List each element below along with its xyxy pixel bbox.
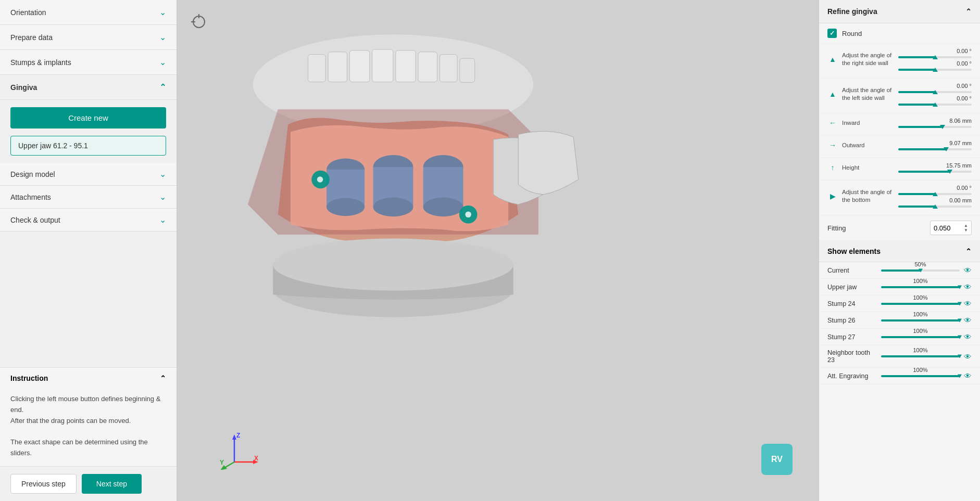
right-wall-label: Adjust the angle of the right side wall <box>842 52 894 67</box>
sidebar-item-prepare-data[interactable]: Prepare data ⌄ <box>0 25 177 50</box>
chevron-stumps: ⌄ <box>159 57 166 67</box>
refine-gingiva-header[interactable]: Refine gingiva ⌃ <box>819 0 980 23</box>
sidebar-item-design-model[interactable]: Design model ⌄ <box>0 163 177 186</box>
left-wall-value2: 0.00 ° <box>898 95 972 101</box>
outward-value: 9.07 mm <box>898 140 972 146</box>
left-wall-track1[interactable] <box>898 91 972 93</box>
inward-track[interactable] <box>898 126 972 128</box>
right-panel: Refine gingiva ⌃ Round ▲ Adjust the angl… <box>819 0 980 501</box>
right-wall-track2[interactable] <box>898 69 972 71</box>
fitting-row: Fitting 0.050 ▲ ▼ <box>819 215 980 241</box>
stump27-slider[interactable]: 100% <box>881 336 960 338</box>
chevron-check-output: ⌄ <box>159 215 166 225</box>
stump26-slider[interactable]: 100% <box>881 319 960 322</box>
fitting-label: Fitting <box>827 224 846 232</box>
bottom-angle-track2[interactable] <box>898 205 972 208</box>
inward-label: Inward <box>842 119 894 127</box>
height-value: 15.75 mm <box>898 162 972 169</box>
eye-current[interactable]: 👁 <box>964 266 972 275</box>
upper-jaw-slider[interactable]: 100% <box>881 286 960 288</box>
instruction-panel: Instruction ⌃ Clicking the left mouse bu… <box>0 367 177 466</box>
inward-value: 8.06 mm <box>898 118 972 124</box>
svg-point-17 <box>423 198 463 217</box>
outward-track[interactable] <box>898 148 972 150</box>
eye-neighbor23[interactable]: 👁 <box>964 352 972 361</box>
svg-rect-7 <box>439 55 457 82</box>
left-wall-label: Adjust the angle of the left side wall <box>842 86 894 102</box>
neighbor23-slider[interactable]: 100% <box>881 355 960 357</box>
bottom-angle-track1[interactable] <box>898 193 972 195</box>
element-row-stump26: Stump 26 100% 👁 <box>819 312 980 329</box>
element-row-att-engraving: Att. Engraving 100% 👁 <box>819 368 980 384</box>
slider-inward: ← Inward 8.06 mm <box>819 113 980 136</box>
instruction-body: Clicking the left mouse button defines b… <box>0 389 177 466</box>
sidebar-item-orientation[interactable]: Orientation ⌄ <box>0 0 177 25</box>
chevron-refine-gingiva: ⌃ <box>965 7 972 16</box>
sidebar-item-attachments[interactable]: Attachments ⌄ <box>0 186 177 209</box>
svg-rect-4 <box>372 49 393 82</box>
height-label: Height <box>842 164 894 172</box>
stump24-slider[interactable]: 100% <box>881 303 960 305</box>
outward-icon: → <box>827 141 838 149</box>
chevron-design-model: ⌄ <box>159 169 166 179</box>
left-panel: Orientation ⌄ Prepare data ⌄ Stumps & im… <box>0 0 177 501</box>
svg-rect-8 <box>460 58 475 82</box>
slider-bottom-angle: ▶ Adjust the angle of the bottom 0.00 ° … <box>819 181 980 215</box>
sidebar-item-stumps-implants[interactable]: Stumps & implants ⌄ <box>0 50 177 75</box>
element-row-neighbor-tooth23: Neighbor tooth 23 100% 👁 <box>819 345 980 368</box>
previous-step-button[interactable]: Previous step <box>10 474 77 494</box>
slider-right-side-wall: ▲ Adjust the angle of the right side wal… <box>819 44 980 79</box>
slider-height: ↑ Height 15.75 mm <box>819 158 980 181</box>
right-wall-icon: ▲ <box>827 55 838 63</box>
chevron-gingiva: ⌃ <box>159 82 166 92</box>
axes-indicator: Z X Y <box>219 428 260 470</box>
svg-rect-5 <box>396 50 416 82</box>
height-icon: ↑ <box>827 163 838 172</box>
chevron-orientation: ⌄ <box>159 7 166 17</box>
fitting-spinners[interactable]: ▲ ▼ <box>964 223 968 233</box>
rv-logo: RV <box>761 444 793 475</box>
eye-stump27[interactable]: 👁 <box>964 332 972 341</box>
next-step-button[interactable]: Next step <box>82 474 142 494</box>
att-engraving-slider[interactable]: 100% <box>881 375 960 377</box>
element-row-stump27: Stump 27 100% 👁 <box>819 329 980 345</box>
fitting-input[interactable]: 0.050 ▲ ▼ <box>930 221 972 235</box>
svg-text:X: X <box>254 455 258 462</box>
height-track[interactable] <box>898 171 972 173</box>
element-row-upper-jaw: Upper jaw 100% 👁 <box>819 279 980 296</box>
instruction-header[interactable]: Instruction ⌃ <box>0 368 177 389</box>
right-wall-track1[interactable] <box>898 56 972 58</box>
outward-label: Outward <box>842 142 894 149</box>
show-elements-header[interactable]: Show elements ⌃ <box>819 241 980 262</box>
inward-icon: ← <box>827 119 838 127</box>
sidebar-item-check-output[interactable]: Check & output ⌄ <box>0 209 177 232</box>
eye-att-engraving[interactable]: 👁 <box>964 371 972 380</box>
chevron-instruction: ⌃ <box>160 374 166 382</box>
svg-point-21 <box>317 176 323 183</box>
svg-point-11 <box>326 198 365 216</box>
nav-section: Orientation ⌄ Prepare data ⌄ Stumps & im… <box>0 0 177 367</box>
round-checkbox[interactable] <box>827 29 837 38</box>
round-row: Round <box>819 23 980 44</box>
svg-marker-25 <box>232 434 236 440</box>
left-wall-value1: 0.00 ° <box>898 83 972 89</box>
3d-model-viewport <box>198 21 588 338</box>
selected-jaw-item[interactable]: Upper jaw 61.2 - 95.1 <box>10 136 166 156</box>
current-slider[interactable]: 50% <box>881 269 960 272</box>
left-wall-track2[interactable] <box>898 104 972 106</box>
eye-stump24[interactable]: 👁 <box>964 299 972 308</box>
svg-point-19 <box>273 238 513 290</box>
slider-outward: → Outward 9.07 mm <box>819 136 980 158</box>
left-wall-icon: ▲ <box>827 90 838 98</box>
eye-upper-jaw[interactable]: 👁 <box>964 282 972 291</box>
create-new-button[interactable]: Create new <box>10 107 166 129</box>
sidebar-item-gingiva[interactable]: Gingiva ⌃ <box>0 75 177 100</box>
bottom-angle-value2: 0.00 mm <box>898 197 972 203</box>
chevron-show-elements: ⌃ <box>965 247 972 255</box>
eye-stump26[interactable]: 👁 <box>964 316 972 325</box>
bottom-buttons: Previous step Next step <box>0 466 177 501</box>
viewport[interactable]: Z X Y RV <box>177 0 819 501</box>
bottom-angle-value1: 0.00 ° <box>898 185 972 191</box>
bottom-angle-label: Adjust the angle of the bottom <box>842 188 894 204</box>
chevron-prepare-data: ⌄ <box>159 32 166 42</box>
